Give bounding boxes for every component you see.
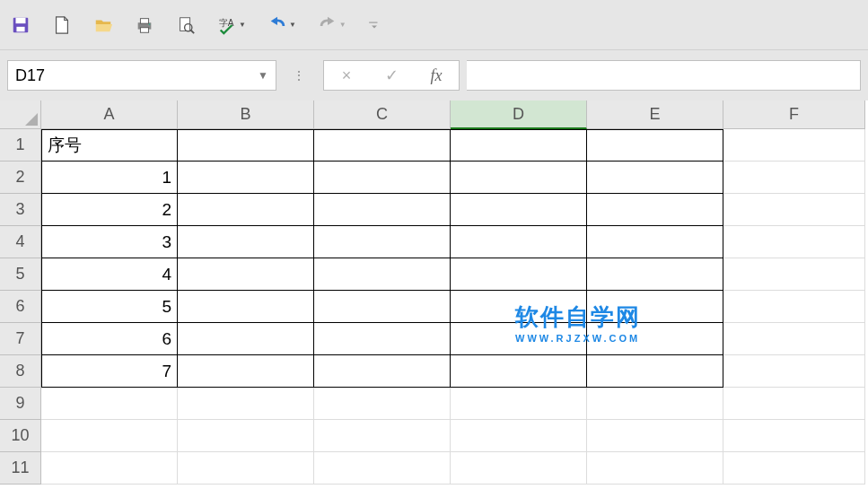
row-header-8[interactable]: 8	[0, 355, 41, 388]
cell-D3[interactable]	[451, 194, 587, 226]
cell-A2[interactable]: 1	[41, 162, 178, 194]
cell-C9[interactable]	[314, 388, 451, 420]
cell-E9[interactable]	[587, 388, 723, 420]
cell-E2[interactable]	[587, 162, 723, 194]
cell-E8[interactable]	[587, 355, 723, 388]
cell-B7[interactable]	[178, 323, 314, 355]
cell-D11[interactable]	[451, 452, 587, 485]
column-header-E[interactable]: E	[587, 100, 723, 129]
print-preview-button[interactable]	[176, 15, 196, 35]
cell-D1[interactable]	[451, 129, 587, 162]
cell-C11[interactable]	[314, 452, 451, 485]
cell-D7[interactable]	[451, 323, 587, 355]
name-box-input[interactable]	[15, 66, 252, 85]
cell-C8[interactable]	[314, 355, 451, 388]
cell-A11[interactable]	[41, 452, 178, 485]
column-header-F[interactable]: F	[723, 100, 865, 129]
cell-A8[interactable]: 7	[41, 355, 178, 388]
cell-C1[interactable]	[314, 129, 451, 162]
cell-B6[interactable]	[178, 291, 314, 323]
cell-D8[interactable]	[451, 355, 587, 388]
cancel-button[interactable]: ×	[324, 61, 369, 90]
cell-D5[interactable]	[451, 258, 587, 291]
more-button[interactable]	[368, 19, 381, 31]
cell-F4[interactable]	[723, 226, 865, 258]
cell-F3[interactable]	[723, 194, 865, 226]
cell-F11[interactable]	[723, 452, 865, 485]
cell-B2[interactable]	[178, 162, 314, 194]
save-button[interactable]	[11, 15, 31, 35]
cell-F5[interactable]	[723, 258, 865, 291]
row-header-10[interactable]: 10	[0, 420, 41, 452]
cell-A5[interactable]: 4	[41, 258, 178, 291]
cell-B5[interactable]	[178, 258, 314, 291]
undo-button[interactable]: ▼	[267, 15, 296, 35]
fx-button[interactable]: fx	[414, 61, 459, 90]
cell-D6[interactable]	[451, 291, 587, 323]
cell-A4[interactable]: 3	[41, 226, 178, 258]
cell-B10[interactable]	[178, 420, 314, 452]
cell-E3[interactable]	[587, 194, 723, 226]
cell-D9[interactable]	[451, 388, 587, 420]
open-button[interactable]	[93, 15, 113, 35]
cell-F9[interactable]	[723, 388, 865, 420]
cell-B8[interactable]	[178, 355, 314, 388]
cell-F10[interactable]	[723, 420, 865, 452]
cell-A7[interactable]: 6	[41, 323, 178, 355]
row-header-2[interactable]: 2	[0, 162, 41, 194]
redo-button[interactable]: ▼	[318, 15, 346, 35]
cells-area[interactable]: 序号1234567	[41, 129, 865, 485]
new-button[interactable]	[52, 15, 72, 35]
cell-A6[interactable]: 5	[41, 291, 178, 323]
cell-F8[interactable]	[723, 355, 865, 388]
row-header-4[interactable]: 4	[0, 226, 41, 258]
row-header-7[interactable]: 7	[0, 323, 41, 355]
select-all-corner[interactable]	[0, 100, 41, 129]
column-header-C[interactable]: C	[314, 100, 451, 129]
cell-E4[interactable]	[587, 226, 723, 258]
accept-button[interactable]: ✓	[369, 61, 414, 90]
cell-B3[interactable]	[178, 194, 314, 226]
cell-C3[interactable]	[314, 194, 451, 226]
cell-D4[interactable]	[451, 226, 587, 258]
name-box[interactable]: ▼	[7, 60, 276, 91]
cell-D10[interactable]	[451, 420, 587, 452]
formula-input[interactable]	[467, 60, 861, 91]
chevron-down-icon[interactable]: ▼	[252, 69, 268, 82]
row-header-5[interactable]: 5	[0, 258, 41, 291]
cell-E1[interactable]	[587, 129, 723, 162]
cell-E7[interactable]	[587, 323, 723, 355]
cell-F1[interactable]	[723, 129, 865, 162]
cell-B4[interactable]	[178, 226, 314, 258]
column-header-A[interactable]: A	[41, 100, 178, 129]
column-header-D[interactable]: D	[451, 100, 587, 129]
cell-F2[interactable]	[723, 162, 865, 194]
cell-E10[interactable]	[587, 420, 723, 452]
cell-B11[interactable]	[178, 452, 314, 485]
cell-C7[interactable]	[314, 323, 451, 355]
cell-E11[interactable]	[587, 452, 723, 485]
row-header-11[interactable]: 11	[0, 452, 41, 485]
cell-B1[interactable]	[178, 129, 314, 162]
cell-D2[interactable]	[451, 162, 587, 194]
cell-A1[interactable]: 序号	[41, 129, 178, 162]
cell-C4[interactable]	[314, 226, 451, 258]
cell-C6[interactable]	[314, 291, 451, 323]
cell-E6[interactable]	[587, 291, 723, 323]
spellcheck-button[interactable]: 字A ▼	[217, 15, 246, 35]
cell-E5[interactable]	[587, 258, 723, 291]
cell-C5[interactable]	[314, 258, 451, 291]
print-button[interactable]	[135, 15, 154, 35]
cell-C10[interactable]	[314, 420, 451, 452]
cell-A10[interactable]	[41, 420, 178, 452]
cell-F7[interactable]	[723, 323, 865, 355]
cell-A9[interactable]	[41, 388, 178, 420]
cell-B9[interactable]	[178, 388, 314, 420]
row-header-1[interactable]: 1	[0, 129, 41, 162]
row-header-9[interactable]: 9	[0, 388, 41, 420]
cell-C2[interactable]	[314, 162, 451, 194]
row-header-6[interactable]: 6	[0, 291, 41, 323]
column-header-B[interactable]: B	[178, 100, 314, 129]
row-header-3[interactable]: 3	[0, 194, 41, 226]
cell-F6[interactable]	[723, 291, 865, 323]
